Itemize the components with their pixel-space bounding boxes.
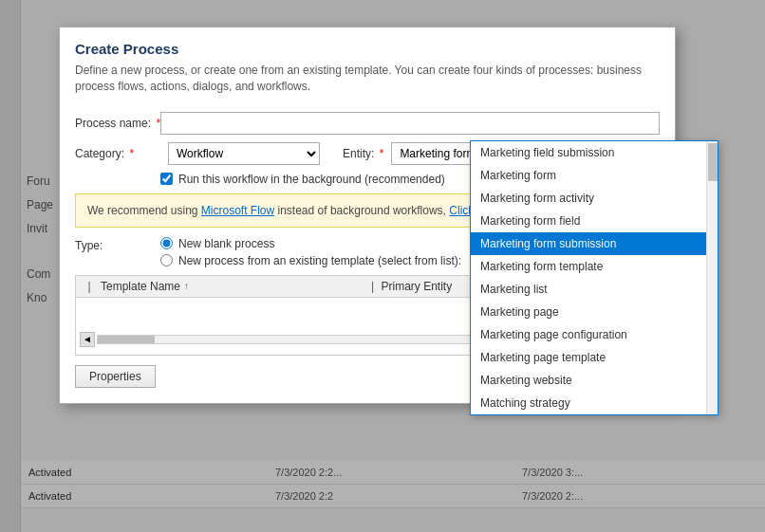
- properties-button[interactable]: Properties: [75, 365, 156, 388]
- scroll-left-button[interactable]: ◄: [80, 332, 95, 347]
- scroll-thumb: [98, 336, 155, 343]
- dropdown-item-6[interactable]: Marketing list: [471, 278, 718, 301]
- dropdown-item-11[interactable]: Matching strategy: [471, 392, 718, 414]
- entity-label: Entity: *: [343, 147, 383, 160]
- radio-template-option[interactable]: New process from an existing template (s…: [160, 254, 461, 267]
- radio-template[interactable]: [160, 254, 173, 266]
- dropdown-item-7[interactable]: Marketing page: [471, 301, 718, 323]
- modal-header: Create Process Define a new process, or …: [60, 28, 675, 102]
- category-select[interactable]: Workflow Business Process Flow Action Di…: [168, 142, 320, 165]
- process-name-label: Process name: *: [75, 117, 160, 130]
- dropdown-item-0[interactable]: Marketing field submission: [471, 141, 718, 164]
- type-radio-group: New blank process New process from an ex…: [160, 237, 461, 267]
- dropdown-scrollbar[interactable]: [706, 141, 718, 414]
- dropdown-item-4[interactable]: Marketing form submission: [471, 232, 718, 255]
- dropdown-item-2[interactable]: Marketing form activity: [471, 187, 718, 210]
- dropdown-item-8[interactable]: Marketing page configuration: [471, 323, 718, 346]
- dropdown-item-9[interactable]: Marketing page template: [471, 346, 718, 369]
- microsoft-flow-link[interactable]: Microsoft Flow: [201, 204, 274, 217]
- checkbox-label: Run this workflow in the background (rec…: [178, 173, 445, 186]
- template-name-column-header: | Template Name ↑: [82, 280, 364, 293]
- category-label: Category: *: [75, 147, 160, 160]
- process-name-input[interactable]: [160, 112, 660, 135]
- dropdown-item-5[interactable]: Marketing form template: [471, 255, 718, 278]
- process-name-row: Process name: *: [75, 112, 660, 135]
- sort-arrow-icon: ↑: [184, 281, 189, 291]
- dropdown-item-3[interactable]: Marketing form field: [471, 210, 718, 232]
- background-workflow-checkbox[interactable]: [160, 173, 173, 185]
- dropdown-item-10[interactable]: Marketing website: [471, 369, 718, 392]
- scrollbar-thumb: [708, 143, 718, 181]
- modal-title: Create Process: [75, 41, 660, 57]
- modal-subtitle: Define a new process, or create one from…: [75, 63, 660, 95]
- radio-blank[interactable]: [160, 237, 173, 249]
- type-label: Type:: [75, 237, 160, 252]
- entity-dropdown: Marketing field submission Marketing for…: [470, 140, 718, 415]
- radio-blank-option[interactable]: New blank process: [160, 237, 461, 250]
- dropdown-item-1[interactable]: Marketing form: [471, 164, 718, 187]
